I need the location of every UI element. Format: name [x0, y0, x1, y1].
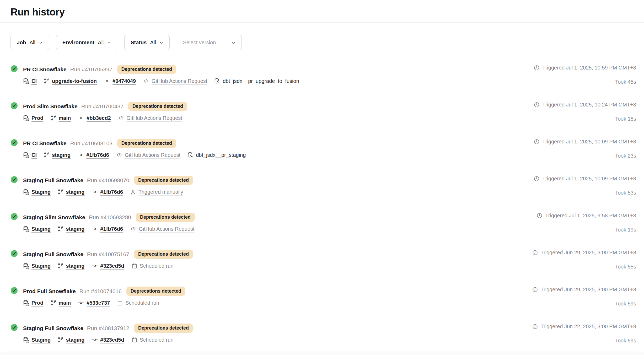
branch-link[interactable]: staging: [58, 189, 84, 195]
environment-filter-dropdown[interactable]: Environment All: [56, 35, 117, 50]
commit-link[interactable]: #323cd5d: [92, 337, 124, 343]
commit-hash: #1fb76d6: [86, 152, 109, 158]
environment-database-icon: [23, 189, 29, 195]
run-row-main: PR CI Snowflake Run #410698103 Deprecati…: [23, 139, 246, 158]
environment-link[interactable]: Prod: [23, 115, 44, 121]
branch-link[interactable]: staging: [44, 152, 71, 158]
job-filter-label: Job: [17, 40, 26, 46]
clock-icon: [532, 287, 538, 293]
environment-link[interactable]: Staging: [23, 263, 51, 269]
run-name-link[interactable]: Staging Full Snowflake: [23, 251, 83, 257]
run-name-link[interactable]: Staging Slim Snowflake: [23, 214, 85, 220]
run-meta-line: Prod main: [23, 115, 187, 121]
branch-link[interactable]: main: [51, 115, 71, 121]
commit-link[interactable]: #533e737: [78, 300, 110, 306]
run-meta-line: Staging staging: [23, 189, 193, 195]
run-row-timing: Triggered Jun 22, 2025, 3:00 PM GMT+8 To…: [532, 324, 636, 344]
trigger-source[interactable]: Scheduled run: [117, 300, 159, 306]
trigger-source[interactable]: GitHub Actions Request: [143, 78, 207, 84]
branch-link[interactable]: upgrade-to-fusion: [44, 78, 97, 84]
trigger-source[interactable]: Triggered manually: [130, 189, 183, 195]
commit-icon: [92, 189, 98, 195]
environment-link[interactable]: Staging: [23, 189, 51, 195]
trigger-source[interactable]: Scheduled run: [131, 337, 174, 343]
trigger-source[interactable]: GitHub Actions Request: [116, 152, 180, 158]
calendar-icon: [117, 300, 123, 306]
run-name-link[interactable]: Prod Slim Snowflake: [23, 103, 78, 110]
triggered-timestamp: Triggered Jun 29, 2025, 3:00 PM GMT+8: [532, 250, 636, 256]
run-meta-line: Prod main: [23, 300, 185, 306]
trigger-source[interactable]: GitHub Actions Request: [118, 115, 182, 121]
environment-link[interactable]: CI: [23, 78, 37, 84]
environment-link[interactable]: CI: [23, 152, 37, 158]
run-title-line: PR CI Snowflake Run #410698103 Deprecati…: [23, 139, 246, 148]
version-filter-placeholder: Select version...: [183, 40, 220, 46]
branch-name: main: [59, 300, 71, 306]
deprecations-badge: Deprecations detected: [126, 287, 185, 296]
run-row-timing: Triggered Jun 29, 2025, 3:00 PM GMT+8 To…: [532, 287, 636, 307]
commit-link[interactable]: #bb3ecd2: [78, 115, 111, 121]
commit-icon: [104, 78, 110, 84]
environment-name: Prod: [31, 115, 44, 121]
branch-name: main: [59, 115, 71, 121]
run-name-link[interactable]: Staging Full Snowflake: [23, 325, 83, 331]
branch-link[interactable]: main: [51, 300, 71, 306]
chevron-down-icon: [159, 41, 163, 45]
environment-filter-value: All: [98, 40, 104, 46]
triggered-text: Triggered Jul 1, 2025, 10:09 PM GMT+8: [542, 176, 636, 182]
run-title-line: Staging Slim Snowflake Run #410693280 De…: [23, 213, 195, 222]
deprecations-badge: Deprecations detected: [134, 324, 193, 333]
run-title-line: PR CI Snowflake Run #410705397 Deprecati…: [23, 65, 299, 74]
environment-link[interactable]: Prod: [23, 300, 44, 306]
run-name-link[interactable]: Prod Full Snowflake: [23, 288, 76, 294]
environment-link[interactable]: Staging: [23, 337, 51, 343]
run-title-line: Prod Slim Snowflake Run #410700437 Depre…: [23, 102, 187, 111]
job-filter-dropdown[interactable]: Job All: [10, 35, 49, 50]
commit-icon: [92, 226, 98, 232]
branch-link[interactable]: staging: [58, 226, 84, 232]
commit-link[interactable]: #1fb76d6: [78, 152, 109, 158]
commit-hash: #533e737: [87, 300, 110, 306]
calendar-icon: [131, 337, 137, 343]
run-row: PR CI Snowflake Run #410705397 Deprecati…: [6, 56, 638, 93]
git-branch-icon: [58, 226, 63, 232]
code-icon: [118, 115, 124, 121]
branch-link[interactable]: staging: [58, 263, 84, 269]
run-duration: Took 45s: [534, 79, 636, 85]
deprecations-badge: Deprecations detected: [134, 176, 193, 185]
commit-link[interactable]: #323cd5d: [92, 263, 124, 269]
run-row-main: Prod Slim Snowflake Run #410700437 Depre…: [23, 102, 187, 121]
trigger-label: GitHub Actions Request: [125, 152, 180, 158]
branch-name: staging: [66, 337, 84, 343]
run-number: Run #410705397: [70, 66, 112, 73]
git-branch-icon: [58, 189, 63, 195]
commit-link[interactable]: #0474049: [104, 78, 136, 84]
environment-name: Staging: [31, 226, 51, 232]
run-name-link[interactable]: PR CI Snowflake: [23, 140, 67, 147]
trigger-label: Scheduled run: [125, 300, 159, 306]
deprecations-badge: Deprecations detected: [136, 213, 195, 222]
run-duration: Took 19s: [536, 227, 636, 233]
clock-icon: [534, 176, 540, 182]
run-name-link[interactable]: PR CI Snowflake: [23, 66, 67, 73]
run-row-details: PR CI Snowflake Run #410705397 Deprecati…: [10, 65, 299, 84]
trigger-source[interactable]: GitHub Actions Request: [130, 226, 194, 232]
run-row-main: Staging Slim Snowflake Run #410693280 De…: [23, 213, 195, 232]
clock-icon: [534, 102, 540, 108]
commit-link[interactable]: #1fb76d6: [92, 189, 123, 195]
status-filter-dropdown[interactable]: Status All: [124, 35, 169, 50]
trigger-source[interactable]: Scheduled run: [131, 263, 174, 269]
run-title-line: Prod Full Snowflake Run #410074616 Depre…: [23, 287, 185, 296]
code-icon: [116, 152, 122, 158]
clock-icon: [534, 139, 540, 145]
version-filter-dropdown[interactable]: Select version...: [177, 35, 242, 50]
run-history-page: Run history Job All Environment All Stat…: [0, 0, 644, 355]
triggered-timestamp: Triggered Jul 1, 2025, 10:09 PM GMT+8: [534, 139, 636, 145]
commit-link[interactable]: #1fb76d6: [92, 226, 123, 232]
environment-link[interactable]: Staging: [23, 226, 51, 232]
schema-database-icon: [187, 152, 194, 158]
run-name-link[interactable]: Staging Full Snowflake: [23, 177, 83, 184]
environment-database-icon: [23, 78, 29, 84]
schema-label: dbt_jsdx__pr_staging: [196, 152, 246, 158]
branch-link[interactable]: staging: [58, 337, 84, 343]
